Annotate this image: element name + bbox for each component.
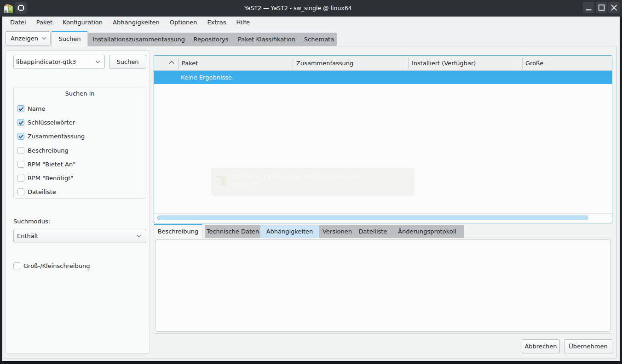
titlebar: YaST2 — YaST2 - sw_single @ linux64 [0, 0, 622, 17]
column-separator [408, 57, 409, 69]
menu-paket[interactable]: Paket [31, 17, 58, 28]
chevron-down-icon [136, 234, 141, 238]
checkbox-row-rpm-benoetigt[interactable]: RPM "Benötigt" [17, 174, 142, 182]
checkbox-row-case-sensitive[interactable]: Groß-/Kleinschreibung [13, 262, 138, 269]
check-icon [18, 107, 24, 111]
table-header: Paket Zusammenfassung Installiert (Verfü… [154, 56, 612, 71]
checkbox-label: RPM "Benötigt" [28, 175, 73, 182]
tab-paket-klassifikation[interactable]: Paket Klassifikation [232, 33, 301, 46]
groupbox-title: Suchen in [13, 90, 146, 97]
column-header-installiert[interactable]: Installiert (Verfügbar) [412, 56, 476, 71]
frame-icon-button[interactable] [15, 2, 27, 14]
main-tabbar: Installationszusammenfassung Repositorys… [88, 33, 337, 46]
checkbox-unchecked[interactable] [17, 175, 24, 182]
search-in-groupbox [13, 87, 146, 199]
tab-aenderungsprotokoll[interactable]: Änderungsprotokoll [390, 225, 464, 238]
checkbox-checked[interactable] [17, 133, 24, 140]
tab-technische-daten[interactable]: Technische Daten [205, 225, 260, 238]
checkbox-label: Name [28, 105, 45, 112]
checkbox-row-schluesselwoerter[interactable]: Schlüsselwörter [17, 119, 142, 126]
menu-optionen[interactable]: Optionen [165, 17, 202, 28]
tab-beschreibung[interactable]: Beschreibung [154, 224, 202, 238]
cancel-button[interactable]: Abbrechen [522, 339, 560, 353]
checkbox-label: Zusammenfassung [28, 133, 85, 140]
ghost-title: YaST2 — YaST2 - sw_single @ linux64 [231, 173, 361, 180]
maximize-button[interactable] [596, 2, 607, 13]
tab-repositorys[interactable]: Repositorys [190, 33, 232, 46]
search-mode-label: Suchmodus: [13, 218, 50, 225]
checkbox-label: Groß-/Kleinschreibung [23, 262, 90, 269]
column-separator [522, 57, 523, 69]
frame-icon [17, 4, 24, 11]
window-border-right [620, 17, 622, 361]
tab-versionen[interactable]: Versionen [319, 225, 356, 238]
tab-installationszusammenfassung[interactable]: Installationszusammenfassung [88, 33, 190, 46]
checkbox-row-zusammenfassung[interactable]: Zusammenfassung [17, 132, 142, 140]
column-header-paket[interactable]: Paket [182, 56, 198, 71]
close-button[interactable] [608, 2, 620, 13]
horizontal-scrollbar-thumb[interactable] [157, 216, 588, 220]
description-textarea[interactable] [156, 239, 610, 332]
tab-schemata[interactable]: Schemata [301, 33, 337, 46]
menu-datei[interactable]: Datei [5, 17, 31, 28]
window-border-left [0, 17, 2, 361]
results-table: Paket Zusammenfassung Installiert (Verfü… [154, 55, 612, 223]
checkbox-row-dateiliste[interactable]: Dateiliste [17, 188, 142, 195]
checkbox-row-name[interactable]: Name [17, 105, 142, 112]
checkbox-checked[interactable] [17, 105, 24, 112]
ghost-app-icon [215, 174, 227, 186]
chevron-down-icon [95, 60, 100, 63]
ghost-subtitle: 622x364 [231, 182, 260, 188]
scrollbar-separator [154, 213, 612, 214]
checkbox-label: Beschreibung [28, 147, 69, 154]
column-header-zusammenfassung[interactable]: Zusammenfassung [296, 56, 353, 71]
column-separator [293, 57, 293, 69]
checkbox-label: Schlüsselwörter [28, 119, 75, 126]
check-icon [18, 120, 24, 125]
checkbox-unchecked[interactable] [17, 188, 24, 195]
menu-konfiguration[interactable]: Konfiguration [58, 17, 108, 28]
maximize-icon [596, 2, 607, 13]
ghost-osd-overlay: YaST2 — YaST2 - sw_single @ linux64 1352… [211, 168, 415, 196]
close-icon [608, 2, 620, 13]
checkbox-label: Dateiliste [28, 188, 56, 195]
column-separator [178, 57, 179, 69]
menubar: Datei Paket Konfiguration Abhängigkeiten… [5, 17, 255, 28]
view-selector-button[interactable]: Anzeigen [5, 31, 51, 46]
window-border-bottom [0, 361, 622, 364]
view-selector-label: Anzeigen [11, 35, 38, 42]
checkbox-unchecked[interactable] [13, 262, 20, 269]
search-button[interactable]: Suchen [109, 55, 146, 69]
tab-suchen[interactable]: Suchen [52, 31, 88, 46]
checkbox-checked[interactable] [17, 119, 24, 126]
search-mode-combo[interactable]: Enthält [13, 229, 146, 243]
column-header-groesse[interactable]: Größe [525, 56, 543, 71]
yast-package-icon [4, 3, 13, 13]
menu-hilfe[interactable]: Hilfe [231, 17, 255, 28]
checkbox-label: RPM "Bietet An" [28, 161, 75, 168]
checkbox-row-rpm-bietet-an[interactable]: RPM "Bietet An" [17, 160, 142, 168]
checkbox-unchecked[interactable] [17, 161, 24, 168]
menu-extras[interactable]: Extras [202, 17, 231, 28]
search-mode-value: Enthält [17, 233, 38, 239]
menu-abhaengigkeiten[interactable]: Abhängigkeiten [108, 17, 165, 28]
tab-abhaengigkeiten[interactable]: Abhängigkeiten [260, 225, 319, 238]
tab-dateiliste[interactable]: Dateiliste [356, 225, 390, 238]
chevron-down-icon [41, 37, 46, 40]
sort-up-icon[interactable] [168, 60, 175, 64]
minimize-button[interactable] [583, 2, 594, 13]
empty-result-row[interactable]: Keine Ergebnisse. [154, 71, 612, 84]
checkbox-row-beschreibung[interactable]: Beschreibung [17, 147, 142, 154]
accept-button[interactable]: Übernehmen [564, 339, 612, 353]
checkbox-unchecked[interactable] [17, 147, 24, 154]
check-icon [18, 134, 24, 139]
window-title: YaST2 — YaST2 - sw_single @ linux64 [244, 0, 352, 17]
search-query: libappindicator-gtk3 [16, 58, 76, 65]
minimize-icon [583, 2, 594, 13]
detail-tabbar: Technische Daten Abhängigkeiten Versione… [205, 225, 464, 238]
search-input-combo[interactable]: libappindicator-gtk3 [13, 55, 105, 69]
